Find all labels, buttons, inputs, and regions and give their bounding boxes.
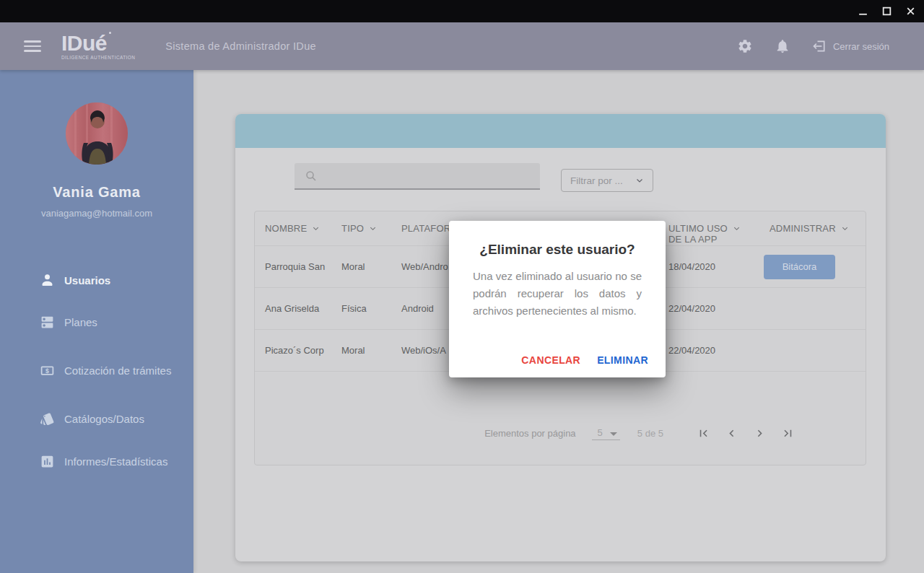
search-icon: [305, 170, 318, 183]
search-input[interactable]: [325, 163, 540, 188]
user-email: vaniagamag@hotmail.com: [0, 208, 193, 219]
person-icon: [40, 273, 55, 288]
sidebar-item-label: Informes/Estadísticas: [64, 455, 185, 468]
sidebar-item-catalogos[interactable]: Catálogos/Datos: [0, 398, 193, 439]
paginator: Elementos por página 5 5 de 5: [484, 427, 795, 440]
column-header-administrar[interactable]: ADMINISTRAR: [770, 211, 866, 245]
sort-chevron-icon: [312, 224, 320, 232]
page-size-select[interactable]: 5: [592, 427, 620, 440]
search-box: [295, 163, 540, 190]
sidebar-item-label: Cotización de trámites: [64, 364, 188, 377]
column-header-tipo[interactable]: TIPO: [341, 211, 401, 245]
last-page-icon[interactable]: [781, 427, 795, 440]
first-page-icon[interactable]: [697, 427, 710, 440]
plans-icon: [40, 315, 55, 330]
filter-dropdown[interactable]: Filtrar por ...: [561, 169, 653, 192]
logout-label: Cerrar sesión: [833, 41, 889, 52]
sort-chevron-icon: [841, 224, 849, 232]
user-name: Vania Gama: [0, 184, 193, 201]
cell-tipo: Física: [341, 303, 401, 314]
cell-tipo: Moral: [341, 261, 401, 272]
sidebar-item-informes[interactable]: Informes/Estadísticas: [0, 439, 193, 483]
cancel-button[interactable]: CANCELAR: [521, 354, 580, 366]
minimize-icon[interactable]: [858, 6, 868, 17]
select-caret-icon: [610, 432, 617, 436]
prev-page-icon[interactable]: [725, 427, 738, 440]
stats-icon: [40, 454, 55, 469]
sidebar: Vania Gama vaniagamag@hotmail.com Usuari…: [0, 70, 193, 573]
sidebar-item-usuarios[interactable]: Usuarios: [0, 259, 193, 301]
cell-ultimo-uso: 22/04/2020: [668, 345, 770, 356]
catalog-icon: [40, 411, 55, 427]
dialog-body-text: Una vez eliminado al usuario no se podrá…: [473, 268, 642, 320]
sidebar-item-label: Planes: [64, 315, 115, 329]
filter-label: Filtrar por ...: [570, 175, 623, 186]
column-header-ultimo-uso[interactable]: ULTIMO USO DE LA APP: [668, 211, 770, 245]
settings-icon[interactable]: [737, 38, 753, 54]
column-header-nombre[interactable]: NOMBRE: [265, 211, 341, 245]
cell-nombre: Picazo´s Corp: [265, 345, 341, 356]
close-icon[interactable]: [905, 6, 916, 17]
confirm-delete-button[interactable]: ELIMINAR: [597, 354, 648, 366]
sidebar-item-planes[interactable]: Planes: [0, 301, 193, 343]
quote-icon: $: [40, 363, 55, 378]
logout-button[interactable]: Cerrar sesión: [812, 39, 889, 53]
next-page-icon[interactable]: [753, 427, 767, 440]
sidebar-nav: Usuarios Planes $ Cotización de trámites…: [0, 259, 193, 483]
maximize-icon[interactable]: [881, 6, 892, 17]
avatar: [66, 102, 128, 165]
menu-icon[interactable]: [24, 40, 41, 52]
logo-text: IDué: [61, 32, 107, 54]
svg-text:$: $: [45, 367, 49, 374]
window-titlebar: [0, 0, 924, 22]
sidebar-item-label: Catálogos/Datos: [64, 412, 162, 426]
delete-confirm-dialog: ¿Eliminar este usuario? Una vez eliminad…: [449, 221, 666, 377]
dialog-title: ¿Eliminar este usuario?: [449, 242, 666, 258]
card-header-band: [235, 114, 886, 148]
cell-ultimo-uso: 22/04/2020: [668, 303, 770, 314]
app-logo: IDué DILIGENCE AUTHENTICATION: [61, 32, 135, 60]
sidebar-item-cotizacion[interactable]: $ Cotización de trámites: [0, 343, 193, 398]
cell-tipo: Moral: [341, 345, 401, 356]
sidebar-item-label: Usuarios: [64, 274, 128, 287]
app-header: IDué DILIGENCE AUTHENTICATION Sistema de…: [0, 22, 924, 70]
cell-nombre: Parroquia San: [265, 261, 341, 272]
cell-nombre: Ana Griselda: [265, 303, 341, 314]
logout-icon: [812, 39, 827, 53]
sort-chevron-icon: [733, 224, 741, 232]
sort-chevron-icon: [369, 224, 377, 232]
notifications-icon[interactable]: [775, 38, 790, 54]
page-size-value: 5: [598, 427, 603, 438]
logo-subtext: DILIGENCE AUTHENTICATION: [61, 56, 135, 60]
cell-ultimo-uso: 18/04/2020: [668, 261, 770, 272]
page-title: Sistema de Administrador IDue: [165, 40, 316, 52]
chevron-down-icon: [635, 176, 644, 185]
paginator-label: Elementos por página: [484, 428, 575, 439]
page-range: 5 de 5: [637, 428, 663, 439]
bitacora-button[interactable]: Bitácora: [764, 255, 835, 279]
